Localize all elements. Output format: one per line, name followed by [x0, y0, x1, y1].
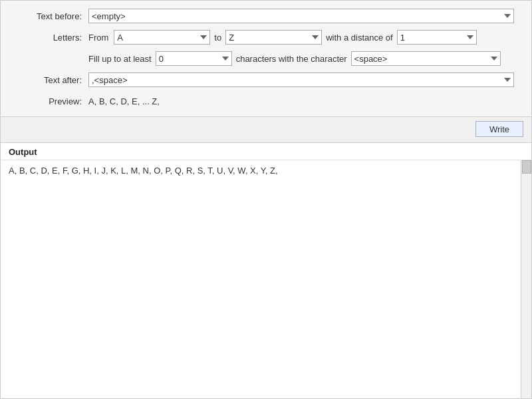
- fill-label: Fill up to at least: [88, 54, 152, 64]
- text-before-select[interactable]: <empty>: [88, 9, 514, 23]
- text-after-select[interactable]: ,<space>: [88, 72, 514, 87]
- main-container: Text before: <empty> Letters: From A to …: [0, 0, 532, 399]
- write-button[interactable]: Write: [475, 121, 523, 137]
- output-section: Output A, B, C, D, E, F, G, H, I, J, K, …: [1, 142, 531, 398]
- character-select[interactable]: <space>: [351, 51, 501, 66]
- preview-text: A, B, C, D, E, ... Z,: [88, 96, 523, 106]
- characters-label: characters with the character: [236, 54, 347, 64]
- text-after-label: Text after:: [9, 75, 88, 85]
- output-content[interactable]: A, B, C, D, E, F, G, H, I, J, K, L, M, N…: [1, 160, 521, 398]
- letters-row: Letters: From A to Z with a distance of …: [9, 29, 523, 46]
- output-header: Output: [1, 143, 531, 160]
- from-label: From: [88, 33, 108, 43]
- text-after-row: Text after: ,<space>: [9, 71, 523, 88]
- to-label: to: [214, 33, 221, 43]
- from-select[interactable]: A: [114, 30, 210, 45]
- text-before-label: Text before:: [9, 11, 88, 21]
- distance-label: with a distance of: [326, 33, 392, 43]
- write-btn-row: Write: [1, 117, 531, 142]
- fill-controls: Fill up to at least 0 characters with th…: [88, 51, 501, 66]
- fill-select[interactable]: 0: [156, 51, 232, 66]
- to-select[interactable]: Z: [225, 30, 322, 45]
- output-content-wrapper: A, B, C, D, E, F, G, H, I, J, K, L, M, N…: [1, 160, 531, 398]
- preview-label: Preview:: [9, 96, 88, 106]
- form-area: Text before: <empty> Letters: From A to …: [1, 1, 531, 117]
- fill-row: Fill up to at least 0 characters with th…: [9, 50, 523, 67]
- text-before-row: Text before: <empty>: [9, 7, 523, 25]
- preview-row: Preview: A, B, C, D, E, ... Z,: [9, 92, 523, 110]
- scrollbar-thumb[interactable]: [522, 160, 531, 174]
- letters-label: Letters:: [9, 33, 88, 43]
- distance-select[interactable]: 1: [397, 30, 477, 45]
- letters-controls: From A to Z with a distance of 1: [88, 30, 477, 45]
- scrollbar-track[interactable]: [521, 160, 531, 398]
